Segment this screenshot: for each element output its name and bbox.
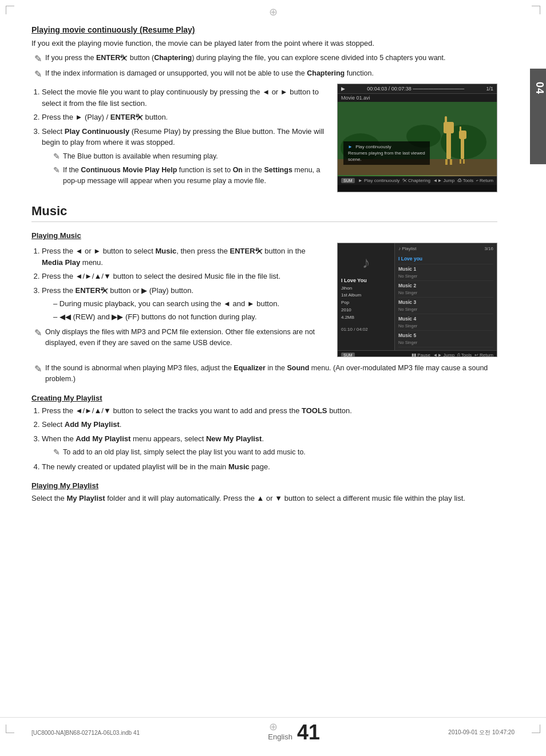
playlist-icon: ♪ Playlist — [398, 246, 417, 251]
resume-play-content: Select the movie file you want to play c… — [31, 84, 497, 192]
track-3-title: Music 2 — [398, 282, 493, 290]
step3-note-icon-1: ✎ — [53, 151, 60, 163]
music-player-right: ♪ Playlist 3/16 I Love you Music 1 No Si… — [395, 243, 497, 350]
track-5-sub: No Singer — [398, 323, 493, 329]
song-artist: Jihon — [341, 285, 391, 292]
music-section-title: Music — [31, 204, 497, 222]
playlist-item-3: Music 2 No Singer — [398, 281, 493, 298]
english-page-number: English 41 — [268, 722, 320, 743]
music-player-screenshot: ♪ I Love You Jihon 1st Album Pop 2010 4.… — [337, 243, 497, 357]
movie-footer-left: SUM — [341, 178, 355, 183]
playlist-item-4: Music 3 No Singer — [398, 298, 493, 314]
music-info: I Love You Jihon 1st Album Pop 2010 4.2M… — [341, 276, 391, 333]
track-4-title: Music 3 — [398, 299, 493, 306]
side-tab: 04 Advanced Features — [530, 69, 546, 164]
creating-playlist-steps: Press the ◄/►/▲/▼ button to select the t… — [31, 405, 497, 473]
track-6-title: Music 5 — [398, 332, 493, 339]
track-2-title: Music 1 — [398, 266, 493, 273]
english-label: English — [268, 733, 292, 741]
movie-content: ► Play continuously Resumes playing from… — [338, 102, 497, 176]
note-text-1: If you press the ENTER⏧ button (Chapteri… — [45, 53, 497, 64]
svg-rect-14 — [463, 159, 465, 164]
creating-playlist-subsection: Creating My Playlist Press the ◄/►/▲/▼ b… — [31, 394, 497, 473]
playlist-step3-note: ✎ To add to an old play list, simply sel… — [50, 447, 497, 458]
playlist-step-1: Press the ◄/►/▲/▼ button to select the t… — [42, 405, 497, 417]
music-note-icon-1: ✎ — [34, 327, 42, 339]
step-3: Select Play Continuously (Resume Play) b… — [42, 126, 329, 187]
playlist-note-text: To add to an old play list, simply selec… — [63, 447, 306, 458]
playing-music-heading: Playing Music — [31, 231, 497, 240]
creating-playlist-heading: Creating My Playlist — [31, 394, 497, 402]
playlist-item-1: I Love you — [398, 254, 493, 264]
track-4-sub: No Singer — [398, 306, 493, 312]
music-note-icon: ♪ — [341, 254, 391, 272]
footer-file-info: [UC8000-NA]BN68-02712A-06L03.indb 41 — [31, 730, 140, 736]
song-year: 2010 — [341, 307, 391, 314]
track-1-title: I Love you — [398, 255, 493, 263]
playing-playlist-subsection: Playing My Playlist Select the My Playli… — [31, 481, 497, 504]
music-step-1: Press the ◄ or ► button to select Music,… — [42, 246, 329, 268]
music-note-1: ✎ Only displays the files with MP3 and P… — [31, 327, 329, 349]
movie-footer: SUM ► Play continuously ⏧ Chaptering ◄► … — [338, 176, 497, 185]
playing-music-subsection: Playing Music Press the ◄ or ► button to… — [31, 231, 497, 385]
sum-badge-2: SUM — [341, 353, 355, 357]
movie-filename: Movie 01.avi — [338, 94, 497, 102]
playlist-item-5: Music 4 No Singer — [398, 314, 493, 331]
music-step-3: Press the ENTER⏧ button or ▶ (Play) butt… — [42, 285, 329, 323]
song-time: 01:10 / 04:02 — [341, 326, 391, 334]
svg-rect-8 — [445, 159, 448, 165]
music-player-body: ♪ I Love You Jihon 1st Album Pop 2010 4.… — [338, 243, 497, 350]
movie-footer-right: ► Play continuously ⏧ Chaptering ◄► Jump… — [358, 178, 493, 183]
playlist-step-4: The newly created or updated playlist wi… — [42, 461, 497, 473]
sum-badge: SUM — [341, 178, 355, 183]
svg-rect-7 — [445, 116, 447, 125]
music-player-left: ♪ I Love You Jihon 1st Album Pop 2010 4.… — [338, 243, 395, 350]
song-genre: Pop — [341, 299, 391, 307]
playlist-step-3: When the Add My Playlist menu appears, s… — [42, 433, 497, 458]
movie-icon: ▶ — [341, 86, 345, 92]
movie-player-image: ▶ 00:04:03 / 00:07:38 —————————— 1/1 Mov… — [337, 84, 497, 192]
playlist-step-2: Select Add My Playlist. — [42, 419, 497, 430]
playlist-item-6: Music 5 No Singer — [398, 331, 493, 347]
resume-play-heading: Playing movie continuously (Resume Play) — [31, 25, 497, 34]
playlist-header: ♪ Playlist 3/16 — [398, 246, 493, 251]
note-icon-1: ✎ — [34, 53, 42, 65]
track-5-title: Music 4 — [398, 315, 493, 323]
movie-page: 1/1 — [486, 86, 493, 92]
playing-playlist-heading: Playing My Playlist — [31, 481, 497, 490]
resume-play-intro: If you exit the playing movie function, … — [31, 38, 497, 49]
playing-music-content: Press the ◄ or ► button to select Music,… — [31, 243, 497, 357]
step3-note2: ✎ If the Continuous Movie Play Help func… — [50, 165, 329, 187]
song-title: I Love You — [341, 276, 391, 284]
music-footer-right: ▮▮ Pause ◄► Jump ⎙ Tools ↩ Return — [412, 353, 493, 357]
dash-item-1: During music playback, you can search us… — [42, 298, 329, 310]
svg-rect-12 — [460, 126, 461, 133]
step3-note1: ✎ The Blue button is available when resu… — [50, 151, 329, 163]
track-6-sub: No Singer — [398, 339, 493, 346]
overlay-line3: scene. — [348, 156, 425, 163]
step3-note-icon-2: ✎ — [53, 165, 60, 176]
music-step-2: Press the ◄/►/▲/▼ button to select the d… — [42, 271, 329, 282]
page-footer: [UC8000-NA]BN68-02712A-06L03.indb 41 Eng… — [0, 717, 546, 747]
track-2-sub: No Singer — [398, 273, 493, 279]
resume-play-text: Select the movie file you want to play c… — [31, 84, 329, 192]
overlay-line1: ► Play continuously — [348, 144, 425, 150]
music-player-footer: SUM ▮▮ Pause ◄► Jump ⎙ Tools ↩ Return — [338, 350, 497, 357]
tab-number: 04 — [533, 82, 545, 156]
music-footer-left: SUM — [341, 353, 355, 357]
dash-item-2: ◀◀ (REW) and ▶▶ (FF) buttons do not func… — [42, 311, 329, 323]
footer-date-info: 2010-09-01 오전 10:47:20 — [448, 729, 515, 737]
resume-note-2: ✎ If the index information is damaged or… — [31, 68, 497, 81]
resume-play-steps: Select the movie file you want to play c… — [31, 86, 329, 187]
step3-note-text-1: The Blue button is available when resumi… — [63, 151, 218, 162]
movie-header: ▶ 00:04:03 / 00:07:38 —————————— 1/1 — [338, 84, 497, 94]
music-note-text-2: If the sound is abnormal when playing MP… — [45, 363, 497, 385]
music-note-icon-2: ✎ — [34, 363, 42, 375]
step-1: Select the movie file you want to play c… — [42, 86, 329, 109]
step3-note-text-2: If the Continuous Movie Play Help functi… — [63, 165, 329, 187]
movie-player-screenshot: ▶ 00:04:03 / 00:07:38 —————————— 1/1 Mov… — [337, 84, 497, 192]
step-2: Press the ► (Play) / ENTER⏧ button. — [42, 112, 329, 123]
track-3-sub: No Singer — [398, 290, 493, 296]
resume-play-section: Playing movie continuously (Resume Play)… — [31, 25, 497, 192]
page-number: 41 — [297, 722, 320, 743]
